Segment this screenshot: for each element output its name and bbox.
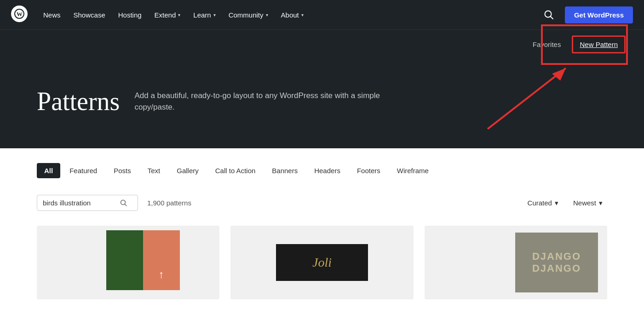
filter-headers[interactable]: Headers xyxy=(307,163,348,178)
card-3-django-text-1: DJANGO xyxy=(532,251,581,262)
nav-hosting[interactable]: Hosting xyxy=(112,0,148,29)
card-2-inner: Joli xyxy=(230,226,413,299)
extend-chevron: ▾ xyxy=(178,12,180,18)
curated-chevron: ▾ xyxy=(555,199,558,207)
curated-label: Curated xyxy=(528,199,552,207)
filter-call-to-action[interactable]: Call to Action xyxy=(208,163,263,178)
pattern-grid: ↑ Joli DJANGO DJANGO xyxy=(0,222,644,315)
card-2-bg: Joli xyxy=(230,226,413,299)
nav-extend[interactable]: Extend▾ xyxy=(148,0,187,29)
community-chevron: ▾ xyxy=(266,12,268,18)
filter-featured[interactable]: Featured xyxy=(62,163,104,178)
search-sort-row: 1,900 patterns Curated ▾ Newest ▾ xyxy=(0,187,644,222)
card-3-django-text-2: DJANGO xyxy=(532,262,581,274)
newest-label: Newest xyxy=(573,199,596,207)
search-input-wrap xyxy=(37,195,138,211)
card-3-bg: DJANGO DJANGO xyxy=(425,226,607,299)
sub-navbar: Favorites New Pattern xyxy=(0,29,644,59)
search-icon xyxy=(544,10,554,20)
filter-tabs: All Featured Posts Text Gallery Call to … xyxy=(37,163,607,178)
hero-section: Patterns Add a beautiful, ready-to-go la… xyxy=(0,59,644,148)
newest-sort-button[interactable]: Newest ▾ xyxy=(569,196,607,210)
nav-news[interactable]: News xyxy=(37,0,67,29)
filter-wireframe[interactable]: Wireframe xyxy=(390,163,436,178)
filter-section: All Featured Posts Text Gallery Call to … xyxy=(0,148,644,187)
page-title: Patterns xyxy=(37,87,120,116)
nav-right: Get WordPress xyxy=(540,6,633,23)
card-1-arrow: ↑ xyxy=(159,268,164,281)
filter-posts[interactable]: Posts xyxy=(106,163,138,178)
hero-description: Add a beautiful, ready-to-go layout to a… xyxy=(134,90,410,113)
nav-community[interactable]: Community▾ xyxy=(222,0,275,29)
svg-line-6 xyxy=(125,204,126,206)
filter-banners[interactable]: Banners xyxy=(264,163,305,178)
svg-text:W: W xyxy=(17,11,23,18)
card-1-inner: ↑ xyxy=(37,226,219,299)
nav-showcase[interactable]: Showcase xyxy=(67,0,112,29)
nav-links: News Showcase Hosting Extend▾ Learn▾ Com… xyxy=(37,0,540,29)
search-left: 1,900 patterns xyxy=(37,195,191,211)
nav-search-button[interactable] xyxy=(540,6,558,23)
pattern-card-1[interactable]: ↑ xyxy=(37,226,219,299)
card-1-bg: ↑ xyxy=(37,226,219,299)
filter-footers[interactable]: Footers xyxy=(350,163,388,178)
nav-learn[interactable]: Learn▾ xyxy=(187,0,222,29)
search-icon-small xyxy=(120,199,127,207)
nav-about[interactable]: About▾ xyxy=(275,0,310,29)
pattern-card-3[interactable]: DJANGO DJANGO xyxy=(425,226,607,299)
filter-gallery[interactable]: Gallery xyxy=(169,163,206,178)
card-1-green-panel xyxy=(106,230,143,290)
curated-sort-button[interactable]: Curated ▾ xyxy=(523,196,563,210)
get-wordpress-button[interactable]: Get WordPress xyxy=(565,6,633,23)
svg-line-4 xyxy=(550,17,553,19)
sort-right: Curated ▾ Newest ▾ xyxy=(523,196,607,210)
card-2-text-box: Joli xyxy=(276,244,368,281)
wp-logo[interactable]: W xyxy=(11,6,28,24)
search-input[interactable] xyxy=(43,199,116,207)
card-3-inner: DJANGO DJANGO xyxy=(425,226,607,299)
learn-chevron: ▾ xyxy=(213,12,216,18)
card-3-django-box: DJANGO DJANGO xyxy=(515,233,598,292)
about-chevron: ▾ xyxy=(301,12,304,18)
newest-chevron: ▾ xyxy=(599,199,603,207)
card-1-salmon-panel: ↑ xyxy=(143,230,180,290)
card-2-gold-text: Joli xyxy=(312,255,332,270)
pattern-card-2[interactable]: Joli xyxy=(230,226,413,299)
card-1-image: ↑ xyxy=(106,230,180,290)
filter-text[interactable]: Text xyxy=(140,163,168,178)
pattern-count: 1,900 patterns xyxy=(147,199,191,207)
new-pattern-link[interactable]: New Pattern xyxy=(572,35,626,53)
filter-all[interactable]: All xyxy=(37,163,60,178)
favorites-link[interactable]: Favorites xyxy=(533,41,561,48)
navbar: W News Showcase Hosting Extend▾ Learn▾ C… xyxy=(0,0,644,29)
